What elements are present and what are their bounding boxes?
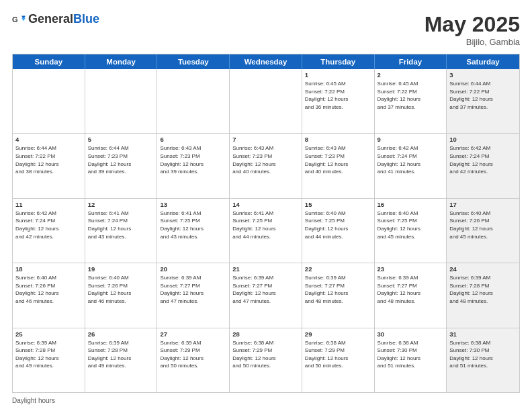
day-number: 22 bbox=[305, 265, 371, 273]
day-info: Sunrise: 6:44 AM Sunset: 7:22 PM Dayligh… bbox=[449, 80, 517, 111]
day-cell bbox=[13, 69, 85, 133]
page: G GeneralBlue May 2025 Bijilo, Gambia Su… bbox=[0, 0, 532, 411]
day-info: Sunrise: 6:41 AM Sunset: 7:24 PM Dayligh… bbox=[88, 210, 154, 240]
logo-icon: G bbox=[12, 13, 26, 26]
day-header-monday: Monday bbox=[85, 54, 158, 69]
day-info: Sunrise: 6:39 AM Sunset: 7:27 PM Dayligh… bbox=[160, 274, 226, 305]
day-number: 2 bbox=[378, 71, 444, 79]
day-info: Sunrise: 6:44 AM Sunset: 7:22 PM Dayligh… bbox=[15, 144, 82, 175]
day-number: 28 bbox=[232, 330, 299, 338]
day-info: Sunrise: 6:40 AM Sunset: 7:26 PM Dayligh… bbox=[15, 274, 82, 305]
day-number: 11 bbox=[15, 201, 82, 208]
day-number: 12 bbox=[88, 201, 154, 208]
day-number: 23 bbox=[378, 265, 444, 273]
logo-general: General bbox=[28, 12, 73, 26]
svg-text:G: G bbox=[12, 15, 18, 23]
week-row-1: 1Sunrise: 6:45 AM Sunset: 7:22 PM Daylig… bbox=[13, 69, 519, 134]
day-info: Sunrise: 6:43 AM Sunset: 7:23 PM Dayligh… bbox=[305, 144, 371, 175]
day-cell: 21Sunrise: 6:39 AM Sunset: 7:27 PM Dayli… bbox=[230, 263, 302, 327]
day-cell: 3Sunrise: 6:44 AM Sunset: 7:22 PM Daylig… bbox=[447, 69, 519, 133]
day-cell: 25Sunrise: 6:39 AM Sunset: 7:28 PM Dayli… bbox=[13, 328, 85, 392]
day-number: 30 bbox=[378, 330, 444, 338]
day-cell: 13Sunrise: 6:41 AM Sunset: 7:25 PM Dayli… bbox=[157, 199, 230, 263]
day-header-saturday: Saturday bbox=[447, 54, 519, 69]
day-number: 16 bbox=[378, 201, 444, 208]
title-block: May 2025 Bijilo, Gambia bbox=[425, 12, 520, 47]
day-header-thursday: Thursday bbox=[302, 54, 375, 69]
day-number: 29 bbox=[305, 330, 371, 338]
day-header-tuesday: Tuesday bbox=[157, 54, 230, 69]
day-info: Sunrise: 6:41 AM Sunset: 7:25 PM Dayligh… bbox=[232, 210, 299, 240]
day-number: 24 bbox=[449, 265, 517, 273]
day-number: 31 bbox=[449, 330, 517, 338]
day-info: Sunrise: 6:42 AM Sunset: 7:24 PM Dayligh… bbox=[15, 210, 82, 240]
day-info: Sunrise: 6:45 AM Sunset: 7:22 PM Dayligh… bbox=[305, 80, 371, 111]
day-cell: 5Sunrise: 6:44 AM Sunset: 7:23 PM Daylig… bbox=[85, 134, 158, 197]
day-number: 3 bbox=[449, 71, 517, 79]
day-info: Sunrise: 6:38 AM Sunset: 7:29 PM Dayligh… bbox=[305, 339, 371, 370]
day-info: Sunrise: 6:39 AM Sunset: 7:28 PM Dayligh… bbox=[88, 339, 154, 370]
day-number: 25 bbox=[15, 330, 82, 338]
logo-text: GeneralBlue bbox=[28, 12, 99, 26]
week-row-2: 4Sunrise: 6:44 AM Sunset: 7:22 PM Daylig… bbox=[13, 134, 519, 198]
day-info: Sunrise: 6:40 AM Sunset: 7:25 PM Dayligh… bbox=[378, 210, 444, 240]
week-row-4: 18Sunrise: 6:40 AM Sunset: 7:26 PM Dayli… bbox=[13, 263, 519, 328]
day-number: 18 bbox=[15, 265, 82, 273]
day-number: 4 bbox=[15, 136, 82, 143]
day-number: 6 bbox=[160, 136, 226, 143]
day-info: Sunrise: 6:42 AM Sunset: 7:24 PM Dayligh… bbox=[378, 144, 444, 175]
day-info: Sunrise: 6:38 AM Sunset: 7:29 PM Dayligh… bbox=[232, 339, 299, 370]
day-cell bbox=[230, 69, 302, 133]
day-number: 5 bbox=[88, 136, 154, 143]
day-info: Sunrise: 6:45 AM Sunset: 7:22 PM Dayligh… bbox=[378, 80, 444, 111]
day-cell: 16Sunrise: 6:40 AM Sunset: 7:25 PM Dayli… bbox=[375, 199, 447, 263]
day-number: 14 bbox=[232, 201, 299, 208]
day-header-sunday: Sunday bbox=[13, 54, 85, 69]
day-cell: 7Sunrise: 6:43 AM Sunset: 7:23 PM Daylig… bbox=[230, 134, 302, 197]
day-cell: 26Sunrise: 6:39 AM Sunset: 7:28 PM Dayli… bbox=[85, 328, 158, 392]
day-cell: 22Sunrise: 6:39 AM Sunset: 7:27 PM Dayli… bbox=[302, 263, 375, 327]
day-cell: 4Sunrise: 6:44 AM Sunset: 7:22 PM Daylig… bbox=[13, 134, 85, 197]
day-cell: 6Sunrise: 6:43 AM Sunset: 7:23 PM Daylig… bbox=[157, 134, 230, 197]
day-cell: 30Sunrise: 6:38 AM Sunset: 7:30 PM Dayli… bbox=[375, 328, 447, 392]
calendar-title: May 2025 bbox=[425, 12, 520, 37]
calendar-location: Bijilo, Gambia bbox=[425, 37, 520, 47]
day-cell: 8Sunrise: 6:43 AM Sunset: 7:23 PM Daylig… bbox=[302, 134, 375, 197]
day-number: 15 bbox=[305, 201, 371, 208]
day-cell: 23Sunrise: 6:39 AM Sunset: 7:27 PM Dayli… bbox=[375, 263, 447, 327]
day-cell: 20Sunrise: 6:39 AM Sunset: 7:27 PM Dayli… bbox=[157, 263, 230, 327]
day-info: Sunrise: 6:38 AM Sunset: 7:30 PM Dayligh… bbox=[378, 339, 444, 370]
week-row-5: 25Sunrise: 6:39 AM Sunset: 7:28 PM Dayli… bbox=[13, 328, 519, 392]
day-cell: 19Sunrise: 6:40 AM Sunset: 7:26 PM Dayli… bbox=[85, 263, 158, 327]
day-info: Sunrise: 6:40 AM Sunset: 7:25 PM Dayligh… bbox=[305, 210, 371, 240]
day-info: Sunrise: 6:43 AM Sunset: 7:23 PM Dayligh… bbox=[232, 144, 299, 175]
day-number: 27 bbox=[160, 330, 226, 338]
day-info: Sunrise: 6:41 AM Sunset: 7:25 PM Dayligh… bbox=[160, 210, 226, 240]
day-cell bbox=[157, 69, 230, 133]
day-number: 8 bbox=[305, 136, 371, 143]
day-info: Sunrise: 6:38 AM Sunset: 7:30 PM Dayligh… bbox=[449, 339, 517, 370]
day-cell: 11Sunrise: 6:42 AM Sunset: 7:24 PM Dayli… bbox=[13, 199, 85, 263]
day-cell: 9Sunrise: 6:42 AM Sunset: 7:24 PM Daylig… bbox=[375, 134, 447, 197]
day-number: 19 bbox=[88, 265, 154, 273]
day-info: Sunrise: 6:40 AM Sunset: 7:26 PM Dayligh… bbox=[449, 210, 517, 240]
day-headers-row: SundayMondayTuesdayWednesdayThursdayFrid… bbox=[13, 54, 519, 69]
day-cell: 12Sunrise: 6:41 AM Sunset: 7:24 PM Dayli… bbox=[85, 199, 158, 263]
day-info: Sunrise: 6:39 AM Sunset: 7:29 PM Dayligh… bbox=[160, 339, 226, 370]
calendar: SundayMondayTuesdayWednesdayThursdayFrid… bbox=[12, 54, 520, 393]
day-number: 9 bbox=[378, 136, 444, 143]
day-info: Sunrise: 6:39 AM Sunset: 7:28 PM Dayligh… bbox=[15, 339, 82, 370]
day-number: 20 bbox=[160, 265, 226, 273]
day-cell bbox=[85, 69, 158, 133]
day-header-friday: Friday bbox=[375, 54, 447, 69]
day-info: Sunrise: 6:39 AM Sunset: 7:27 PM Dayligh… bbox=[232, 274, 299, 305]
day-info: Sunrise: 6:43 AM Sunset: 7:23 PM Dayligh… bbox=[160, 144, 226, 175]
day-cell: 27Sunrise: 6:39 AM Sunset: 7:29 PM Dayli… bbox=[157, 328, 230, 392]
logo: G GeneralBlue bbox=[12, 12, 99, 26]
day-header-wednesday: Wednesday bbox=[230, 54, 302, 69]
day-info: Sunrise: 6:44 AM Sunset: 7:23 PM Dayligh… bbox=[88, 144, 154, 175]
footer: Daylight hours bbox=[12, 397, 520, 404]
day-cell: 29Sunrise: 6:38 AM Sunset: 7:29 PM Dayli… bbox=[302, 328, 375, 392]
day-cell: 24Sunrise: 6:39 AM Sunset: 7:28 PM Dayli… bbox=[447, 263, 519, 327]
svg-marker-2 bbox=[21, 17, 26, 21]
